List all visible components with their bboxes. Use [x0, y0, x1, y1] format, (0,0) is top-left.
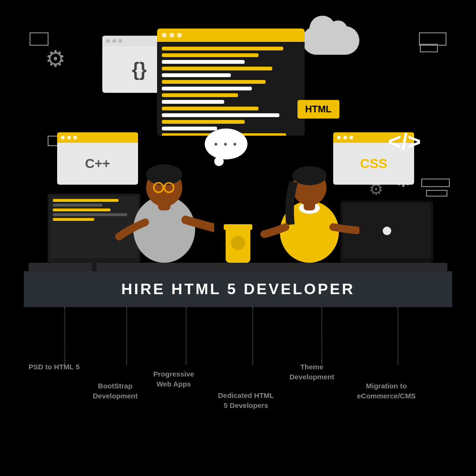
html-label: HTML — [298, 100, 339, 119]
service-line-progressive — [186, 307, 187, 364]
main-scene: ⚙ ⚙ ⚙ </> — [0, 0, 476, 476]
service-line-bootstrap — [126, 307, 127, 364]
cpp-window-bar — [57, 132, 138, 143]
deco-rect-top-left — [30, 32, 49, 46]
service-psd-to-html: PSD to HTML 5 — [29, 362, 79, 372]
cloud-icon — [302, 26, 359, 55]
code-editor-window: </> — [157, 29, 305, 136]
services-section: PSD to HTML 5 BootStrapDevelopment Progr… — [24, 307, 452, 464]
cpp-window: C++ — [57, 132, 138, 185]
gear-icon-left: ⚙ — [45, 48, 66, 70]
service-bootstrap: BootStrapDevelopment — [93, 381, 138, 401]
banner: HIRE HTML 5 DEVELOPER — [24, 271, 452, 307]
service-line-migration — [397, 307, 398, 364]
code-lines-area — [157, 42, 305, 136]
service-dedicated: Dedicated HTML5 Developers — [218, 390, 274, 410]
cpp-label: C++ — [57, 143, 138, 185]
monitor-dot — [383, 227, 391, 235]
coffee-cup-top — [224, 224, 252, 230]
deco-rect-top-right-2 — [420, 44, 438, 52]
service-migration: Migration toeCommerce/CMS — [357, 381, 416, 401]
service-progressive: ProgressiveWeb Apps — [153, 369, 194, 389]
service-line-dedicated — [252, 307, 253, 364]
speech-bubble: • • • — [205, 129, 248, 159]
coffee-cup — [226, 227, 250, 263]
speech-dots: • • • — [214, 138, 238, 150]
svg-point-3 — [146, 164, 182, 185]
html-label-text: HTML — [305, 104, 332, 114]
css-label-text: CSS — [360, 156, 387, 171]
service-line-psd — [64, 307, 65, 364]
svg-point-11 — [292, 166, 327, 185]
coffee-cup-circle — [231, 236, 245, 250]
banner-title: HIRE HTML 5 DEVELOPER — [121, 280, 355, 298]
code-tag-icon: </> — [287, 32, 296, 39]
code-bracket-icon: </> — [388, 129, 421, 155]
code-window-bar: </> — [157, 29, 305, 42]
service-line-theme — [321, 307, 322, 364]
service-theme: ThemeDevelopment — [289, 362, 334, 382]
